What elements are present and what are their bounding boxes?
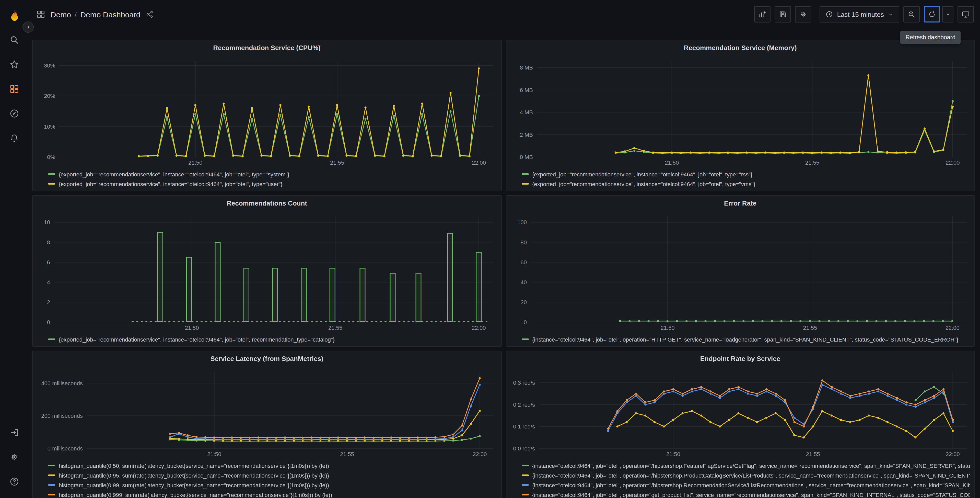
panel-title-count[interactable]: Recommendations Count <box>33 196 501 211</box>
legend-item[interactable]: {exported_job="recommendationservice", i… <box>48 334 497 344</box>
svg-text:21:55: 21:55 <box>340 451 354 457</box>
sidebar-help-button[interactable] <box>0 469 28 494</box>
legend-swatch <box>48 173 55 175</box>
legend-swatch <box>522 183 528 185</box>
svg-text:0: 0 <box>47 319 50 326</box>
chart-latency[interactable]: 0 milliseconds200 milliseconds400 millis… <box>37 367 497 460</box>
save-dashboard-button[interactable] <box>775 6 791 22</box>
legend-label: {exported_job="recommendationservice", i… <box>532 181 755 187</box>
dashboard-settings-button[interactable] <box>795 6 811 22</box>
chart-canvas-memory[interactable]: 0 MB2 MB4 MB6 MB8 MB21:5021:5522:00 <box>510 56 970 168</box>
svg-text:100: 100 <box>517 219 527 225</box>
chart-canvas-cpu[interactable]: 0%10%20%30%21:5021:5522:00 <box>37 56 497 168</box>
svg-text:21:55: 21:55 <box>805 160 819 166</box>
breadcrumb-root[interactable]: Demo <box>51 10 71 19</box>
legend-count: {exported_job="recommendationservice", i… <box>33 334 501 346</box>
legend-swatch <box>48 183 55 185</box>
sidebar-alerting-button[interactable] <box>0 126 28 150</box>
refresh-tooltip: Refresh dashboard <box>900 31 961 44</box>
legend-item[interactable]: {exported_job="recommendationservice", i… <box>522 169 970 179</box>
legend-item[interactable]: histogram_quantile(0.999, sum(rate(laten… <box>48 490 497 498</box>
svg-text:200 milliseconds: 200 milliseconds <box>41 413 83 419</box>
chart-count[interactable]: 024681021:5021:5522:00 <box>37 211 497 334</box>
legend-item[interactable]: {exported_job="recommendationservice", i… <box>522 179 970 189</box>
legend-label: histogram_quantile(0.95, sum(rate(latenc… <box>59 472 329 478</box>
legend-error: {instance="otelcol:9464", job="otel", op… <box>506 334 974 346</box>
panel-memory: Recommendation Service (Memory)0 MB2 MB4… <box>506 40 975 191</box>
legend-swatch <box>522 338 528 340</box>
share-dashboard-icon[interactable] <box>146 10 154 18</box>
sidebar-expand-button[interactable] <box>22 21 34 33</box>
svg-text:4: 4 <box>47 279 50 286</box>
sidebar-bottom-nav <box>0 420 28 498</box>
legend-item[interactable]: {instance="otelcol:9464", job="otel", op… <box>522 334 970 344</box>
chart-canvas-count[interactable]: 024681021:5021:5522:00 <box>37 211 497 334</box>
add-panel-button[interactable] <box>754 6 770 22</box>
clock-icon <box>825 10 834 18</box>
tv-mode-button[interactable] <box>958 6 974 22</box>
legend-endpoint: {instance="otelcol:9464", job="otel", op… <box>506 460 974 498</box>
refresh-interval-dropdown[interactable] <box>942 6 953 22</box>
chart-canvas-endpoint[interactable]: 0.0 req/s0.1 req/s0.2 req/s0.3 req/s21:5… <box>510 367 970 460</box>
legend-swatch <box>48 494 55 495</box>
breadcrumb-current[interactable]: Demo Dashboard <box>80 10 140 19</box>
legend-item[interactable]: {instance="otelcol:9464", job="otel", op… <box>522 470 970 480</box>
svg-text:4 MB: 4 MB <box>520 109 533 115</box>
panel-endpoint: Endpoint Rate by Service0.0 req/s0.1 req… <box>506 351 975 498</box>
monitor-icon <box>962 10 970 18</box>
svg-text:0.2 req/s: 0.2 req/s <box>513 402 535 408</box>
svg-text:20%: 20% <box>44 93 55 99</box>
svg-text:21:55: 21:55 <box>806 451 820 457</box>
legend-item[interactable]: histogram_quantile(0.95, sum(rate(latenc… <box>48 470 497 480</box>
svg-text:8: 8 <box>47 239 50 246</box>
legend-swatch <box>522 494 528 495</box>
chart-error[interactable]: 02040608010021:5021:5522:00 <box>510 211 970 334</box>
panel-cpu: Recommendation Service (CPU%)0%10%20%30%… <box>32 40 501 191</box>
legend-label: histogram_quantile(0.99, sum(rate(latenc… <box>59 482 329 488</box>
help-icon <box>9 477 19 487</box>
chart-cpu[interactable]: 0%10%20%30%21:5021:5522:00 <box>37 56 497 168</box>
svg-text:22:00: 22:00 <box>945 160 959 166</box>
grafana-app: Demo / Demo Dashboard Last 15 minutes Re… <box>0 0 980 498</box>
panel-title-error[interactable]: Error Rate <box>506 196 974 211</box>
legend-item[interactable]: {instance="otelcol:9464", job="otel", op… <box>522 490 970 498</box>
svg-text:21:55: 21:55 <box>330 160 344 166</box>
sidebar-configuration-button[interactable] <box>0 445 28 469</box>
legend-item[interactable]: {instance="otelcol:9464", job="otel", op… <box>522 461 970 470</box>
time-range-label: Last 15 minutes <box>837 11 884 18</box>
legend-item[interactable]: histogram_quantile(0.99, sum(rate(latenc… <box>48 480 497 490</box>
panel-title-latency[interactable]: Service Latency (from SpanMetrics) <box>33 351 501 367</box>
sidebar <box>0 0 28 498</box>
legend-item[interactable]: histogram_quantile(0.50, sum(rate(latenc… <box>48 461 497 470</box>
grafana-logo-icon[interactable] <box>6 8 22 24</box>
sidebar-search-button[interactable] <box>0 28 28 52</box>
time-range-picker[interactable]: Last 15 minutes <box>819 6 899 22</box>
refresh-button[interactable] <box>924 6 940 22</box>
sidebar-starred-button[interactable] <box>0 52 28 77</box>
panel-grid: Recommendation Service (CPU%)0%10%20%30%… <box>32 40 975 498</box>
svg-text:400 milliseconds: 400 milliseconds <box>41 380 83 386</box>
chart-canvas-latency[interactable]: 0 milliseconds200 milliseconds400 millis… <box>37 367 497 460</box>
sidebar-explore-button[interactable] <box>0 101 28 126</box>
svg-text:2 MB: 2 MB <box>520 132 533 138</box>
legend-cpu: {exported_job="recommendationservice", i… <box>33 168 501 191</box>
svg-text:10%: 10% <box>44 123 55 130</box>
panel-title-endpoint[interactable]: Endpoint Rate by Service <box>506 351 974 367</box>
sidebar-dashboards-button[interactable] <box>0 77 28 101</box>
sidebar-sign-in-button[interactable] <box>0 420 28 445</box>
search-icon <box>9 35 19 45</box>
compass-icon <box>9 109 19 119</box>
gear-icon <box>799 10 807 18</box>
svg-text:0: 0 <box>523 319 527 326</box>
legend-item[interactable]: {exported_job="recommendationservice", i… <box>48 179 497 189</box>
chart-endpoint[interactable]: 0.0 req/s0.1 req/s0.2 req/s0.3 req/s21:5… <box>510 367 970 460</box>
zoom-out-time-button[interactable] <box>904 6 920 22</box>
legend-label: {instance="otelcol:9464", job="otel", op… <box>532 482 970 488</box>
svg-text:21:50: 21:50 <box>665 160 679 166</box>
panel-title-cpu[interactable]: Recommendation Service (CPU%) <box>33 40 501 56</box>
legend-item[interactable]: {exported_job="recommendationservice", i… <box>48 169 497 179</box>
chart-memory[interactable]: 0 MB2 MB4 MB6 MB8 MB21:5021:5522:00 <box>510 56 970 168</box>
chart-canvas-error[interactable]: 02040608010021:5021:5522:00 <box>510 211 970 334</box>
legend-swatch <box>48 338 55 340</box>
legend-item[interactable]: {instance="otelcol:9464", job="otel", op… <box>522 480 970 490</box>
